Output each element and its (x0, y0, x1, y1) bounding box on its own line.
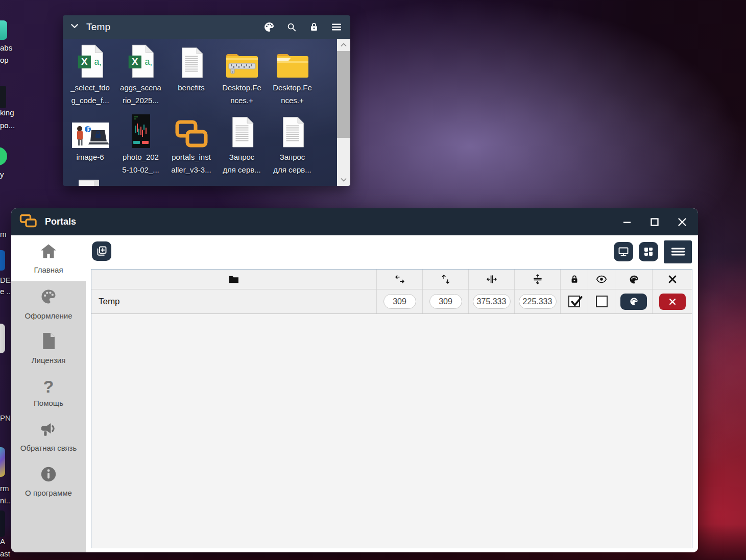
close-icon (667, 274, 678, 284)
file-item[interactable]: photo_2025-10-02_... (115, 112, 166, 176)
chevron-down-icon[interactable] (70, 21, 79, 33)
sidebar-item-help[interactable]: ? Помощь (11, 370, 86, 415)
temp-portal-window: Temp Xa, _select_fdog_code_f... (63, 15, 350, 186)
main-content: Temp 309 309 375.333 225.333 (86, 235, 698, 552)
edge-app-icon-fragment[interactable] (0, 20, 7, 40)
column-header-width[interactable] (468, 270, 514, 289)
lock-icon[interactable] (307, 20, 321, 34)
folder-icon (228, 275, 239, 284)
edge-app-icon-fragment[interactable] (0, 324, 5, 353)
pos-y-input[interactable]: 309 (429, 294, 462, 309)
monitor-view-button[interactable] (614, 242, 633, 261)
file-label: Запрос (267, 151, 318, 163)
file-item[interactable]: Запросдля серв... (267, 112, 318, 176)
app-titlebar[interactable]: Portals (11, 208, 698, 235)
file-label: Desktop.Fe (216, 81, 267, 94)
partial-file-icon[interactable] (79, 180, 99, 186)
sidebar-item-appearance[interactable]: Оформление (11, 281, 86, 326)
file-item[interactable]: Xa, _select_fdog_code_f... (65, 43, 115, 107)
sidebar-item-about[interactable]: О программе (11, 459, 86, 503)
sidebar-item-home[interactable]: Главная (11, 235, 86, 281)
folder-icon (267, 43, 318, 79)
text-file-icon (166, 43, 216, 79)
sidebar-item-license[interactable]: Лицензия (11, 326, 86, 370)
portals-logo-icon (166, 112, 216, 148)
lock-checkbox[interactable] (568, 296, 580, 307)
file-label: nces.+ (216, 94, 267, 107)
edge-app-icon-fragment[interactable] (0, 86, 6, 108)
desktop: abs op king po... y m DEA e ... PN rm ni… (0, 0, 746, 560)
eye-icon (596, 275, 607, 284)
scroll-down-icon[interactable] (337, 174, 350, 186)
column-header-pos-x[interactable] (376, 270, 422, 289)
column-header-visibility[interactable] (588, 270, 615, 289)
height-input[interactable]: 225.333 (519, 294, 557, 309)
edge-icon-label: abs (0, 43, 23, 52)
close-button[interactable] (675, 214, 690, 230)
file-item[interactable]: portals_installer_v3-3... (166, 112, 216, 176)
palette-icon (629, 274, 639, 285)
sidebar-item-label: Лицензия (32, 356, 66, 364)
menu-icon[interactable] (330, 20, 343, 34)
svg-text:a,: a, (145, 57, 152, 67)
sidebar-item-label: Оформление (25, 311, 72, 320)
edge-app-icon-fragment[interactable] (0, 510, 5, 537)
resize-width-icon (486, 274, 497, 285)
edge-icon-label: king (0, 108, 23, 117)
minimize-button[interactable] (619, 214, 635, 230)
scrollbar-thumb[interactable] (337, 51, 350, 138)
edge-app-icon-fragment[interactable] (0, 447, 5, 477)
zip-folder-icon (216, 43, 267, 79)
home-icon (39, 242, 58, 262)
file-label: photo_202 (115, 151, 166, 163)
table-row: Temp 309 309 375.333 225.333 (91, 289, 692, 314)
column-header-height[interactable] (514, 270, 560, 289)
sidebar-item-feedback[interactable]: Обратная связь (11, 415, 86, 459)
sidebar-item-label: О программе (25, 489, 72, 497)
add-portal-button[interactable] (92, 241, 111, 261)
file-item[interactable]: Xa, aggs_scenario_2025... (115, 43, 166, 107)
edge-app-icon-fragment[interactable] (0, 147, 7, 165)
list-view-button[interactable] (664, 240, 692, 263)
edge-app-icon-fragment[interactable] (0, 250, 5, 271)
svg-text:X: X (81, 56, 88, 67)
svg-text:a,: a, (94, 57, 102, 67)
portals-app-window: Portals Главная (11, 208, 698, 552)
search-icon[interactable] (285, 20, 298, 34)
visibility-checkbox[interactable] (596, 296, 608, 307)
file-label: image-6 (65, 151, 115, 163)
portal-name-cell[interactable]: Temp (91, 289, 376, 313)
column-header-lock[interactable] (560, 270, 588, 289)
column-header-delete[interactable] (652, 270, 692, 289)
file-item[interactable]: Desktop.Fences.+ (216, 43, 267, 107)
lock-icon (569, 274, 580, 285)
maximize-button[interactable] (647, 214, 662, 230)
temp-portal-body: Xa, _select_fdog_code_f... Xa, aggs_scen… (63, 39, 350, 186)
row-color-button[interactable] (620, 294, 647, 310)
sidebar: Главная Оформление Лицензия ? Помощь (11, 235, 86, 552)
file-item[interactable]: Desktop.Fences.+ (267, 43, 318, 107)
move-y-icon (440, 274, 451, 285)
scrollbar[interactable] (337, 39, 350, 186)
row-delete-button[interactable] (659, 294, 686, 310)
palette-icon (39, 287, 58, 308)
svg-text:X: X (132, 56, 138, 67)
app-title: Portals (45, 216, 76, 227)
pos-x-input[interactable]: 309 (383, 294, 416, 309)
tiles-view-button[interactable] (639, 242, 658, 261)
temp-portal-titlebar[interactable]: Temp (63, 15, 350, 39)
portal-title: Temp (86, 21, 110, 33)
scroll-up-icon[interactable] (337, 39, 350, 51)
column-header-name[interactable] (91, 270, 376, 289)
file-item[interactable]: benefits (166, 43, 216, 94)
file-item[interactable]: image-6 (65, 112, 115, 163)
width-input[interactable]: 375.333 (473, 294, 511, 309)
about-icon (40, 466, 57, 485)
file-label: Запрос (216, 151, 267, 163)
portals-logo-icon (19, 214, 38, 230)
text-file-icon (216, 112, 267, 148)
file-item[interactable]: Запросдля серв... (216, 112, 267, 176)
column-header-pos-y[interactable] (422, 270, 468, 289)
palette-icon[interactable] (262, 20, 276, 34)
column-header-color[interactable] (615, 270, 652, 289)
